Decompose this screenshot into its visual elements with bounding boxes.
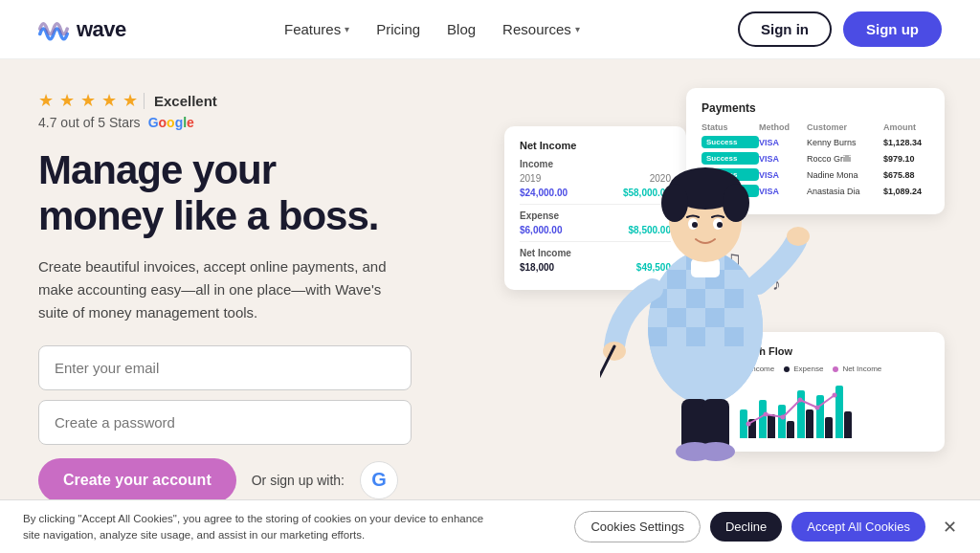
star-half: ★: [122, 90, 138, 111]
star-2: ★: [59, 90, 75, 111]
excellent-badge: Excellent: [144, 93, 217, 109]
create-account-button[interactable]: Create your account: [38, 458, 236, 499]
amount-1: $1,128.34: [883, 138, 941, 147]
net-label: Net Income: [520, 248, 571, 258]
svg-rect-19: [686, 327, 705, 346]
svg-point-26: [723, 184, 749, 222]
svg-point-4: [815, 406, 820, 410]
customer-1: Kenny Burns: [807, 138, 883, 147]
nav-pricing[interactable]: Pricing: [376, 21, 420, 37]
svg-rect-11: [667, 270, 686, 289]
svg-rect-14: [686, 289, 705, 308]
nav-resources[interactable]: Resources ▾: [502, 21, 580, 37]
net-2019: $18,000: [520, 262, 554, 273]
logo-icon: [38, 16, 69, 43]
nav-features[interactable]: Features ▾: [284, 21, 349, 37]
svg-rect-16: [667, 308, 686, 327]
income-2019: $24,000.00: [520, 188, 568, 198]
svg-rect-17: [705, 308, 724, 327]
signin-button[interactable]: Sign in: [738, 11, 832, 47]
svg-point-5: [833, 393, 837, 398]
svg-rect-15: [724, 289, 744, 308]
hero-description: Create beautiful invoices, accept online…: [38, 255, 412, 324]
customer-4: Anastasia Dia: [807, 187, 883, 196]
expense-label: Expense: [520, 210, 559, 221]
email-form-group: [38, 345, 412, 390]
logo[interactable]: wave: [38, 16, 126, 43]
rating-value: 4.7 out of 5 Stars: [38, 115, 141, 130]
star-1: ★: [38, 90, 54, 111]
logo-text: wave: [77, 17, 126, 42]
legend-net: Net Income: [833, 365, 881, 373]
chevron-down-icon: ▾: [575, 24, 580, 34]
payments-card-title: Payments: [702, 101, 929, 115]
customer-2: Rocco Grilli: [807, 154, 883, 164]
nav-buttons: Sign in Sign up: [738, 11, 942, 47]
cookie-text: By clicking "Accept All Cookies", you ag…: [23, 511, 501, 542]
google-signin-button[interactable]: G: [360, 461, 398, 499]
income-label: Income: [520, 159, 553, 169]
navbar: wave Features ▾ Pricing Blog Resources ▾…: [0, 0, 980, 59]
svg-point-32: [787, 227, 810, 246]
year-2019: 2019: [520, 173, 541, 184]
left-panel: ★ ★ ★ ★ ★ Excellent 4.7 out of 5 Stars G…: [0, 59, 450, 499]
legend-dot-net: [833, 366, 838, 372]
signup-button[interactable]: Sign up: [843, 11, 942, 47]
email-input[interactable]: [38, 345, 412, 390]
rating-row: 4.7 out of 5 Stars Google: [38, 115, 412, 130]
excellent-text: Excellent: [144, 93, 217, 109]
cookie-banner: By clicking "Accept All Cookies", you ag…: [0, 499, 980, 553]
svg-point-37: [697, 442, 735, 461]
svg-point-29: [692, 222, 698, 228]
chevron-down-icon: ▾: [345, 24, 349, 34]
illustration-area: Net Income Income 2019 2020 $24,000.00 $…: [485, 88, 945, 471]
or-sign-text: Or sign up with:: [252, 473, 345, 488]
decline-button[interactable]: Decline: [710, 512, 782, 542]
amount-3: $675.88: [883, 170, 941, 180]
password-input[interactable]: [38, 400, 412, 445]
amount-2: $979.10: [883, 154, 941, 164]
star-rating: ★ ★ ★ ★ ★ Excellent: [38, 90, 412, 111]
expense-2019: $6,000.00: [520, 225, 563, 235]
svg-rect-18: [648, 327, 667, 346]
star-4: ★: [101, 90, 117, 111]
nav-links: Features ▾ Pricing Blog Resources ▾: [284, 21, 580, 37]
amount-4: $1,089.24: [883, 187, 941, 196]
nav-blog[interactable]: Blog: [447, 21, 476, 37]
col-customer: Customer: [807, 122, 883, 132]
star-3: ★: [80, 90, 96, 111]
svg-point-25: [661, 184, 688, 222]
svg-rect-20: [724, 327, 744, 346]
close-icon: ✕: [943, 518, 957, 537]
close-cookie-button[interactable]: ✕: [943, 517, 957, 538]
google-icon: G: [371, 469, 387, 491]
col-amount: Amount: [883, 122, 941, 132]
cookie-actions: Cookies Settings Decline Accept All Cook…: [574, 511, 957, 542]
cookies-settings-button[interactable]: Cookies Settings: [574, 511, 701, 542]
hero-title: Manage your money like a boss.: [38, 147, 412, 240]
customer-3: Nadine Mona: [807, 170, 883, 180]
svg-rect-8: [648, 251, 667, 270]
svg-point-30: [717, 222, 723, 228]
accept-all-button[interactable]: Accept All Cookies: [791, 512, 925, 542]
cta-row: Create your account Or sign up with: G: [38, 458, 412, 499]
password-form-group: [38, 400, 412, 445]
right-panel: Net Income Income 2019 2020 $24,000.00 $…: [450, 59, 980, 499]
main-content: ★ ★ ★ ★ ★ Excellent 4.7 out of 5 Stars G…: [0, 59, 980, 499]
svg-point-31: [603, 342, 626, 361]
person-illustration: [600, 117, 811, 465]
google-logo: Google: [148, 115, 194, 130]
